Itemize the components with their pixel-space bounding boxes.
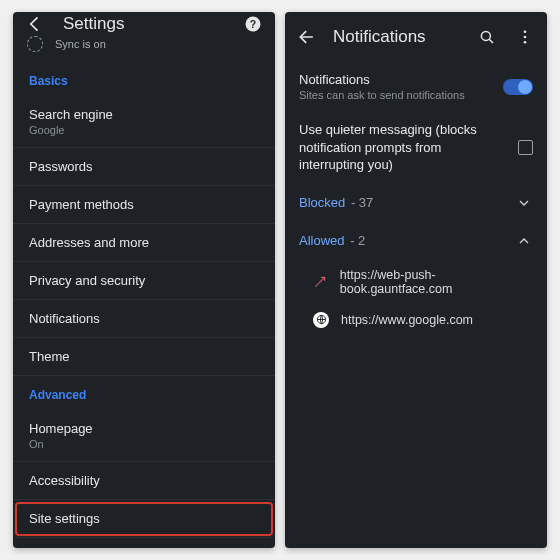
sync-avatar-icon: [27, 36, 43, 52]
help-icon[interactable]: ?: [241, 12, 265, 36]
notifications-screen: Notifications Notifications Sites can as…: [285, 12, 547, 548]
settings-screen: Settings ? Sync is on Basics Search engi…: [13, 12, 275, 548]
item-addresses[interactable]: Addresses and more: [13, 224, 275, 262]
quieter-messaging-row[interactable]: Use quieter messaging (blocks notificati…: [285, 111, 547, 184]
master-toggle-title: Notifications: [299, 72, 491, 87]
sync-status-row[interactable]: Sync is on: [13, 36, 275, 62]
allowed-count: - 2: [350, 233, 365, 248]
allowed-site-row[interactable]: https://web-push-book.gauntface.com: [285, 260, 547, 304]
svg-point-4: [524, 36, 527, 39]
allowed-label: Allowed: [299, 233, 345, 248]
settings-list-basics: Search engine Google Passwords Payment m…: [13, 96, 275, 376]
item-payment-methods[interactable]: Payment methods: [13, 186, 275, 224]
chevron-up-icon: [515, 232, 533, 250]
sync-status-text: Sync is on: [55, 38, 106, 50]
site-favicon-icon: [313, 312, 329, 328]
settings-header: Settings ?: [13, 12, 275, 36]
svg-point-5: [524, 41, 527, 44]
section-basics: Basics: [13, 62, 275, 96]
notifications-header: Notifications: [285, 12, 547, 62]
item-site-settings[interactable]: Site settings: [13, 500, 275, 538]
allowed-section[interactable]: Allowed - 2: [285, 222, 547, 260]
overflow-menu-icon[interactable]: [513, 25, 537, 49]
item-theme[interactable]: Theme: [13, 338, 275, 376]
master-toggle-switch[interactable]: [503, 79, 533, 95]
svg-point-3: [524, 30, 527, 33]
site-url: https://web-push-book.gauntface.com: [340, 268, 533, 296]
item-search-engine[interactable]: Search engine Google: [13, 96, 275, 148]
svg-text:?: ?: [250, 18, 256, 30]
item-privacy[interactable]: Privacy and security: [13, 262, 275, 300]
item-notifications[interactable]: Notifications: [13, 300, 275, 338]
site-url: https://www.google.com: [341, 313, 473, 327]
quieter-messaging-text: Use quieter messaging (blocks notificati…: [299, 121, 506, 174]
master-toggle-sub: Sites can ask to send notifications: [299, 89, 491, 101]
page-title: Notifications: [333, 27, 461, 47]
item-passwords[interactable]: Passwords: [13, 148, 275, 186]
back-icon[interactable]: [23, 12, 47, 36]
settings-list-advanced: Homepage On Accessibility Site settings …: [13, 410, 275, 548]
blocked-count: - 37: [351, 195, 373, 210]
search-icon[interactable]: [475, 25, 499, 49]
item-languages[interactable]: Languages: [13, 538, 275, 548]
item-accessibility[interactable]: Accessibility: [13, 462, 275, 500]
blocked-label: Blocked: [299, 195, 345, 210]
section-advanced: Advanced: [13, 376, 275, 410]
item-homepage[interactable]: Homepage On: [13, 410, 275, 462]
chevron-down-icon: [515, 194, 533, 212]
back-icon[interactable]: [295, 25, 319, 49]
page-title: Settings: [63, 14, 225, 34]
site-favicon-icon: [313, 274, 328, 290]
quieter-messaging-checkbox[interactable]: [518, 140, 533, 155]
blocked-section[interactable]: Blocked - 37: [285, 184, 547, 222]
master-toggle-row[interactable]: Notifications Sites can ask to send noti…: [285, 62, 547, 111]
allowed-site-row[interactable]: https://www.google.com: [285, 304, 547, 336]
svg-point-2: [481, 31, 490, 40]
